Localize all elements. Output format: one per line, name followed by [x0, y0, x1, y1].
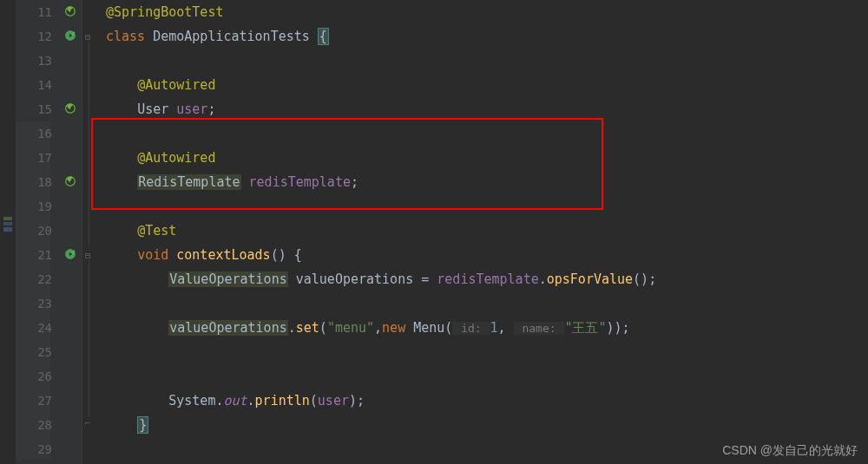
line-number[interactable]: 13	[16, 49, 52, 73]
fold-minus-icon[interactable]: ⊟	[85, 32, 94, 41]
minimap[interactable]	[0, 0, 16, 464]
code-line[interactable]: }	[106, 413, 868, 437]
code-line[interactable]: User user;	[106, 97, 868, 121]
comma: ,	[374, 320, 382, 336]
string: "王五"	[564, 320, 606, 336]
semicolon: ;	[351, 174, 358, 190]
class-name: DemoApplicationTests	[153, 29, 318, 44]
param-hint: id:	[452, 322, 490, 335]
line-number[interactable]: 18	[16, 170, 52, 194]
annotation: @Test	[137, 223, 176, 239]
spring-leaf-icon[interactable]	[64, 5, 78, 19]
annotation: @Autowired	[137, 77, 215, 93]
minimap-marker	[3, 227, 12, 232]
code-line[interactable]: class DemoApplicationTests {	[106, 24, 868, 49]
fold-gutter[interactable]: ⊟ ⊟ ⌐	[82, 0, 95, 464]
field: redisTemplate	[241, 174, 351, 190]
keyword: class	[106, 29, 153, 44]
type: User	[137, 101, 176, 117]
fold-line	[89, 41, 89, 247]
code-line[interactable]: @Test	[106, 219, 868, 243]
code-content[interactable]: @SpringBootTest class DemoApplicationTes…	[95, 0, 868, 464]
var: valueOperations	[168, 320, 287, 336]
close: );	[349, 393, 365, 408]
code-line[interactable]: @Autowired	[106, 73, 868, 97]
type: RedisTemplate	[137, 174, 240, 190]
line-number[interactable]: 19	[16, 194, 52, 219]
method: opsForValue	[547, 271, 633, 287]
line-number[interactable]: 23	[16, 291, 52, 316]
line-number[interactable]: 28	[16, 413, 52, 437]
spring-leaf-icon[interactable]	[64, 175, 78, 189]
line-number[interactable]: 29	[16, 437, 52, 461]
line-number[interactable]: 17	[16, 146, 52, 170]
spring-leaf-icon[interactable]	[64, 102, 78, 116]
annotation: @Autowired	[137, 150, 215, 166]
keyword: new	[382, 320, 413, 336]
line-number[interactable]: 15	[16, 97, 52, 121]
paren: (	[319, 320, 327, 336]
watermark: CSDN @发自己的光就好	[722, 443, 858, 459]
line-number[interactable]: 27	[16, 389, 52, 413]
semicolon: ;	[207, 101, 215, 117]
code-line[interactable]: @Autowired	[106, 146, 868, 170]
close: ));	[606, 320, 629, 336]
param-hint: name:	[514, 322, 565, 335]
code-line[interactable]: RedisTemplate redisTemplate;	[106, 170, 868, 194]
fold-line	[89, 259, 89, 417]
minimap-marker	[3, 217, 12, 220]
string: "menu"	[327, 320, 374, 336]
code-line[interactable]	[106, 340, 868, 364]
code-line[interactable]: valueOperations.set("menu",new Menu( id:…	[106, 316, 868, 340]
method: set	[296, 320, 319, 336]
line-number[interactable]: 14	[16, 73, 52, 97]
code-line[interactable]: @SpringBootTest	[106, 0, 868, 24]
dot: .	[288, 320, 296, 336]
field: redisTemplate	[437, 271, 538, 287]
code-line[interactable]	[106, 121, 868, 146]
code-line[interactable]: ValueOperations valueOperations = redisT…	[106, 267, 868, 291]
fold-end-icon[interactable]: ⌐	[85, 418, 94, 427]
end: ();	[633, 271, 656, 287]
out: out	[223, 393, 247, 408]
line-number[interactable]: 25	[16, 340, 52, 364]
code-editor[interactable]: 11 12 13 14 15 16 17 18 19 20 21 22 23 2…	[0, 0, 868, 464]
code-line[interactable]	[106, 194, 868, 219]
field: user	[176, 101, 207, 117]
annotation: @SpringBootTest	[106, 4, 223, 20]
line-number[interactable]: 16	[16, 121, 52, 146]
var: valueOperations =	[288, 271, 437, 287]
line-number[interactable]: 26	[16, 364, 52, 389]
keyword: void	[137, 247, 176, 263]
code-line[interactable]	[106, 364, 868, 389]
method-name: contextLoads	[176, 247, 270, 263]
field: user	[318, 393, 349, 408]
class: Menu(	[413, 320, 452, 336]
line-number[interactable]: 24	[16, 316, 52, 340]
line-number[interactable]: 11	[16, 0, 52, 24]
system: System.	[168, 393, 223, 408]
dot: .	[247, 393, 255, 408]
code-line[interactable]	[106, 291, 868, 316]
line-number[interactable]: 22	[16, 267, 52, 291]
line-number[interactable]: 12	[16, 24, 52, 49]
line-number[interactable]: 21	[16, 243, 52, 267]
run-test-icon[interactable]	[64, 29, 78, 43]
line-number[interactable]: 20	[16, 219, 52, 243]
brace: {	[318, 28, 329, 45]
method: println	[255, 393, 310, 408]
line-number-gutter[interactable]: 11 12 13 14 15 16 17 18 19 20 21 22 23 2…	[16, 0, 61, 464]
type: ValueOperations	[168, 271, 287, 287]
comma: ,	[498, 320, 514, 336]
paren: (	[310, 393, 318, 408]
run-test-icon[interactable]	[64, 248, 78, 262]
code-line[interactable]	[106, 49, 868, 73]
dot: .	[539, 271, 547, 287]
code-line[interactable]: System.out.println(user);	[106, 389, 868, 413]
number: 1	[490, 320, 498, 336]
minimap-marker	[3, 222, 12, 225]
icon-gutter	[61, 0, 82, 464]
code-line[interactable]: void contextLoads() {	[106, 243, 868, 267]
fold-minus-icon[interactable]: ⊟	[85, 251, 94, 259]
brace: }	[137, 416, 148, 434]
